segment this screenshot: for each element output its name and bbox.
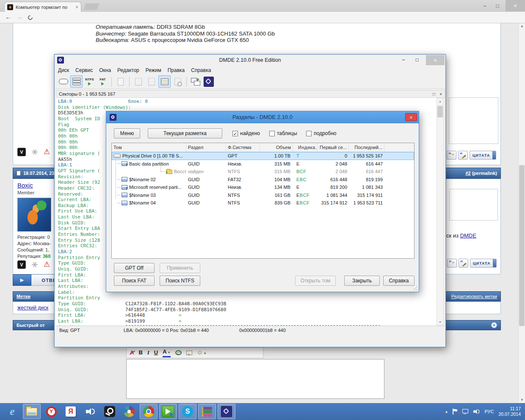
window-minimize-button[interactable]: – (478, 0, 491, 11)
quickreply-icon[interactable]: “ (458, 151, 468, 160)
clone-disk-button[interactable] (189, 75, 202, 88)
forward-button[interactable]: → (16, 13, 22, 20)
edit-tags-link[interactable]: Редактировать метки (451, 294, 497, 299)
open-volume-button[interactable]: Открыть том (295, 276, 336, 286)
quote-button[interactable]: ЦИТАТА (470, 259, 497, 268)
taskbar-media-player[interactable] (159, 404, 177, 419)
current-layout-button[interactable]: Текущая разметка (148, 128, 222, 138)
browser-tab[interactable]: Компьютер тормозит по × (4, 2, 81, 12)
quote-icon[interactable] (186, 351, 192, 355)
tab-close-icon[interactable]: × (75, 5, 78, 10)
permalink[interactable]: #2 (permalink) (465, 171, 497, 176)
menu-Сервис[interactable]: Сервис (75, 67, 93, 73)
open-disk-button[interactable] (57, 75, 69, 88)
partition-row[interactable]: Microsoft reserved parti...GUIDНеизв.134… (112, 183, 414, 191)
column-header[interactable]: Первый се... (318, 143, 349, 152)
back-button[interactable]: ← (5, 13, 11, 20)
language-indicator[interactable]: РУС (484, 409, 494, 414)
scrollbar-thumb[interactable] (519, 165, 525, 326)
taskbar-steam[interactable] (101, 404, 119, 419)
checkbox-box[interactable] (306, 131, 312, 136)
partition-row[interactable]: $Noname 04GUIDNTFS839 GBEBCF315 174 9121… (112, 199, 414, 207)
column-header[interactable]: Индика... (296, 143, 318, 152)
taskbar-file-explorer[interactable] (23, 404, 41, 419)
dmde-titlebar[interactable]: DMDE 2.10.0 Free Edition – □ × (55, 55, 445, 66)
smiley-icon[interactable]: ☺▼ (197, 349, 207, 357)
panel-close-icon[interactable]: × (439, 92, 442, 97)
italic-icon[interactable]: I (147, 349, 149, 356)
author-link[interactable]: Boxic (17, 182, 33, 189)
column-header[interactable]: Раздел (186, 143, 226, 152)
window-close-button[interactable]: × (506, 0, 525, 11)
taskbar-yandex-browser[interactable]: Y (42, 404, 60, 419)
open-ntfs-button[interactable]: NTFS (83, 75, 96, 88)
tray-expand-icon[interactable]: ▲ (445, 410, 448, 414)
reload-icon[interactable] (27, 14, 34, 21)
dialog-titlebar[interactable]: Разделы - DMDE 2.10.0 × (106, 111, 419, 123)
menu-Справка[interactable]: Справка (191, 67, 211, 73)
column-header[interactable]: Объем (260, 143, 293, 152)
multiquote-icon[interactable]: ““ (447, 259, 457, 268)
report-warning-icon[interactable]: ⚠ (44, 148, 50, 156)
dmde-link[interactable]: DMDE (460, 232, 476, 239)
taskbar-yandex[interactable]: Я (62, 404, 80, 419)
search-ntfs-button[interactable]: Поиск NTFS (160, 276, 200, 286)
taskbar-volume-mixer[interactable] (81, 404, 99, 419)
hex-scroll-down-icon[interactable]: ▼ (437, 319, 443, 325)
dmde-close-button[interactable]: × (426, 55, 445, 65)
tags-title[interactable]: Метки (17, 294, 30, 299)
quickreply-icon[interactable]: “ (459, 259, 468, 268)
menu-Режим[interactable]: Режим (146, 67, 161, 73)
vkontakte-icon[interactable]: V (17, 260, 26, 269)
collapse-icon[interactable] (491, 322, 497, 328)
partition-row[interactable]: ВосстановитьнайденNTFS315 MBBCF2 048616 … (112, 168, 414, 176)
scroll-up-icon[interactable]: ▲ (519, 23, 525, 29)
underline-icon[interactable]: U (154, 349, 158, 356)
new-tab-button[interactable] (83, 3, 99, 10)
search-view-button[interactable] (171, 75, 184, 88)
checkbox-найдено[interactable]: ✓найдено (232, 130, 260, 136)
hex-scroll-up-icon[interactable]: ▲ (437, 98, 443, 105)
taskbar-winrar[interactable] (198, 404, 216, 419)
window-maximize-button[interactable]: □ (491, 0, 504, 11)
menu-Правка[interactable]: Правка (168, 67, 185, 73)
new-window-button[interactable] (114, 75, 127, 88)
menu-button[interactable]: Меню (114, 128, 140, 138)
scroll-down-icon[interactable]: ▼ (519, 397, 525, 403)
hex-scrollbar-thumb[interactable] (437, 106, 443, 117)
quote-button[interactable]: ЦИТАТА (470, 151, 496, 160)
menu-Диск[interactable]: Диск (58, 67, 69, 73)
checkbox-подробно[interactable]: подробно (306, 130, 336, 136)
column-header[interactable]: Ф.Система (226, 143, 260, 152)
vkontakte-icon[interactable]: V (17, 148, 26, 156)
column-header[interactable]: Том (112, 143, 186, 152)
page-scrollbar[interactable]: ▲ ▼ (518, 23, 525, 403)
column-header[interactable]: Последний... (349, 143, 384, 152)
share-icon[interactable] (31, 261, 39, 268)
font-color-icon[interactable]: A▼ (163, 348, 170, 357)
search-fat-button[interactable]: Поиск FAT (114, 276, 155, 286)
taskbar-chrome[interactable] (140, 404, 158, 419)
checkbox-box[interactable]: ✓ (232, 131, 238, 136)
menu-Окна[interactable]: Окна (99, 67, 111, 73)
partition-row[interactable]: $Noname 03GUIDNTFS161 GBEBCF1 081 344315… (112, 191, 414, 199)
close-button[interactable]: Закрыть (344, 276, 380, 286)
panel-restore-icon[interactable]: □ (433, 92, 435, 97)
tables-view-button[interactable] (158, 75, 171, 88)
gpt-off-button[interactable]: GPT Off (114, 263, 155, 273)
remove-format-icon[interactable]: A (130, 349, 134, 356)
action-center-flag-icon[interactable]: × (453, 409, 458, 414)
checkbox-таблицы[interactable]: таблицы (269, 130, 297, 136)
help-button[interactable]: Справка (383, 276, 414, 286)
partitions-button[interactable] (70, 75, 83, 88)
open-fat-button[interactable]: FAT (97, 75, 109, 88)
hex-scrollbar[interactable]: ▲ ▼ (437, 98, 444, 326)
reply-textarea[interactable] (126, 359, 384, 399)
taskbar-dmde[interactable] (218, 404, 235, 419)
partition-row[interactable]: Physical Drive 0 [1.00 TB S...GPT1.00 TB… (112, 152, 414, 160)
multiquote-icon[interactable]: ““ (447, 151, 456, 160)
tray-clock[interactable]: 11:17 20.07.2014 (498, 406, 521, 417)
taskbar-internet-explorer[interactable]: e (3, 404, 21, 419)
network-icon[interactable] (462, 409, 468, 414)
report-view-button[interactable] (145, 75, 158, 88)
